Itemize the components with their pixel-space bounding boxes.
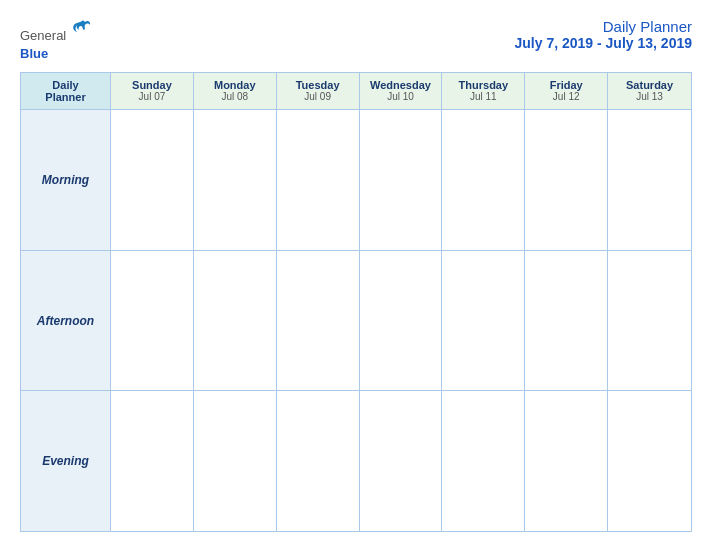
header-tuesday: Tuesday Jul 09 bbox=[277, 73, 360, 110]
morning-wednesday[interactable] bbox=[360, 110, 443, 250]
header-friday: Friday Jul 12 bbox=[525, 73, 608, 110]
logo-text: General Blue bbox=[20, 18, 93, 62]
label-morning: Morning bbox=[21, 110, 111, 250]
morning-friday[interactable] bbox=[525, 110, 608, 250]
evening-tuesday[interactable] bbox=[277, 391, 360, 531]
evening-saturday[interactable] bbox=[608, 391, 691, 531]
afternoon-sunday[interactable] bbox=[111, 251, 194, 391]
label-evening: Evening bbox=[21, 391, 111, 531]
evening-wednesday[interactable] bbox=[360, 391, 443, 531]
morning-saturday[interactable] bbox=[608, 110, 691, 250]
header-planner: Planner bbox=[25, 91, 106, 103]
top-header: General Blue Daily Planner July 7, 2019 … bbox=[20, 18, 692, 62]
calendar-header-row: Daily Planner Sunday Jul 07 Monday Jul 0… bbox=[21, 73, 691, 110]
header-monday: Monday Jul 08 bbox=[194, 73, 277, 110]
row-morning: Morning bbox=[21, 110, 691, 251]
header-thursday: Thursday Jul 11 bbox=[442, 73, 525, 110]
morning-tuesday[interactable] bbox=[277, 110, 360, 250]
row-evening: Evening bbox=[21, 391, 691, 531]
morning-thursday[interactable] bbox=[442, 110, 525, 250]
calendar-wrapper: Daily Planner Sunday Jul 07 Monday Jul 0… bbox=[20, 72, 692, 532]
row-afternoon: Afternoon bbox=[21, 251, 691, 392]
header-wednesday: Wednesday Jul 10 bbox=[360, 73, 443, 110]
evening-thursday[interactable] bbox=[442, 391, 525, 531]
header-sunday: Sunday Jul 07 bbox=[111, 73, 194, 110]
afternoon-saturday[interactable] bbox=[608, 251, 691, 391]
logo-bird-icon bbox=[71, 18, 93, 40]
evening-monday[interactable] bbox=[194, 391, 277, 531]
morning-monday[interactable] bbox=[194, 110, 277, 250]
morning-sunday[interactable] bbox=[111, 110, 194, 250]
planner-dates: July 7, 2019 - July 13, 2019 bbox=[515, 35, 692, 51]
evening-friday[interactable] bbox=[525, 391, 608, 531]
logo-area: General Blue bbox=[20, 18, 93, 62]
planner-title: Daily Planner bbox=[515, 18, 692, 35]
header-daily: Daily bbox=[25, 79, 106, 91]
header-label-cell: Daily Planner bbox=[21, 73, 111, 110]
afternoon-wednesday[interactable] bbox=[360, 251, 443, 391]
label-afternoon: Afternoon bbox=[21, 251, 111, 391]
logo-general: General bbox=[20, 28, 66, 43]
calendar-body: Morning Afternoon Evening bbox=[21, 110, 691, 531]
afternoon-friday[interactable] bbox=[525, 251, 608, 391]
logo-blue: Blue bbox=[20, 46, 48, 61]
header-saturday: Saturday Jul 13 bbox=[608, 73, 691, 110]
afternoon-thursday[interactable] bbox=[442, 251, 525, 391]
afternoon-monday[interactable] bbox=[194, 251, 277, 391]
evening-sunday[interactable] bbox=[111, 391, 194, 531]
afternoon-tuesday[interactable] bbox=[277, 251, 360, 391]
title-area: Daily Planner July 7, 2019 - July 13, 20… bbox=[515, 18, 692, 51]
